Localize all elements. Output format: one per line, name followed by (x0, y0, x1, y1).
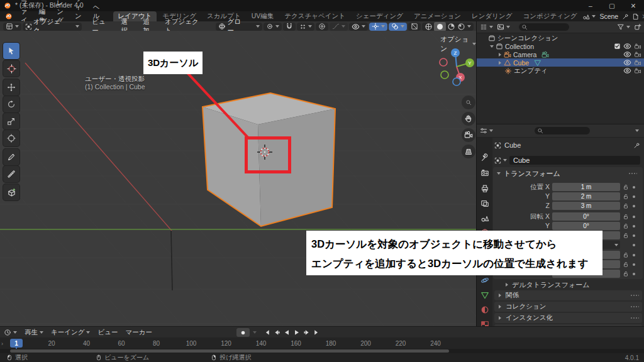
maximize-button[interactable]: ▢ (601, 2, 623, 9)
prev-keyframe-button[interactable] (273, 329, 280, 336)
animate-dot-icon[interactable] (633, 254, 635, 256)
new-collection-button[interactable] (634, 23, 641, 31)
eye-icon[interactable] (623, 67, 631, 75)
properties-search-input[interactable] (535, 127, 590, 134)
jump-to-start-button[interactable] (263, 329, 270, 336)
minimize-button[interactable]: – (580, 2, 601, 9)
editor-type-dropdown[interactable] (3, 23, 21, 31)
camera-small-icon[interactable] (634, 43, 641, 50)
object-id-dropdown[interactable] (494, 157, 507, 164)
tool-annotate[interactable] (3, 149, 19, 165)
pivot-dropdown[interactable] (264, 23, 282, 31)
properties-options-chevron[interactable] (635, 129, 639, 132)
outliner-search-input[interactable] (519, 23, 569, 31)
transform-value-field[interactable]: 3 m (552, 202, 620, 210)
outliner-row-シーンコレクション[interactable]: シーンコレクション (477, 34, 644, 42)
panel-grip-icon[interactable] (630, 317, 639, 320)
next-keyframe-button[interactable] (303, 329, 311, 336)
pan-button[interactable] (462, 112, 475, 126)
workspace-tab-アニメーション[interactable]: アニメーション (409, 11, 466, 21)
object-name-field[interactable]: Cube (509, 156, 640, 165)
tool-tweak-select[interactable] (3, 43, 19, 59)
properties-tab-output[interactable] (477, 181, 492, 195)
eye-icon[interactable] (623, 58, 631, 67)
selectability-dropdown[interactable] (349, 23, 368, 31)
animate-dot-icon[interactable] (633, 186, 635, 189)
snap-target-dropdown[interactable] (297, 23, 314, 31)
expander-icon[interactable] (490, 45, 494, 48)
animate-dot-icon[interactable] (633, 244, 635, 246)
timeline-menu-マーカー[interactable]: マーカー (121, 327, 156, 337)
transform-panel-header[interactable]: トランスフォーム (497, 169, 640, 178)
transform-value-field[interactable]: 1 m (552, 183, 620, 191)
workspace-tab-テクスチャペイント[interactable]: テクスチャペイント (279, 11, 350, 21)
eye-icon[interactable] (623, 50, 631, 58)
camera-view-button[interactable] (462, 128, 475, 142)
expander-icon[interactable] (499, 61, 501, 65)
panel-コレクション[interactable]: コレクション (494, 302, 642, 312)
lock-icon[interactable] (623, 233, 629, 239)
lock-icon[interactable] (623, 203, 629, 209)
camera-small-icon[interactable] (634, 67, 641, 75)
zoom-button[interactable] (462, 96, 475, 109)
mode-dropdown[interactable]: オブジェク... (23, 23, 82, 31)
timeline-menu-再生[interactable]: 再生 (21, 327, 47, 337)
transform-value-field[interactable]: 0° (552, 212, 620, 221)
timeline-menu-ビュー[interactable]: ビュー (94, 327, 121, 337)
timeline-expand-icon[interactable]: › (1, 341, 3, 347)
outliner-display-mode-dropdown[interactable] (480, 23, 493, 31)
animate-dot-icon[interactable] (633, 225, 635, 228)
tool-cursor[interactable] (3, 60, 19, 77)
properties-tab-view-layer[interactable] (477, 196, 492, 211)
xray-toggle[interactable] (408, 23, 421, 31)
pin-icon[interactable] (622, 13, 629, 20)
panel-インスタンス化[interactable]: インスタンス化 (494, 313, 642, 323)
tool-scale[interactable] (3, 113, 19, 129)
animate-dot-icon[interactable] (633, 195, 635, 198)
transform-value-field[interactable]: 0° (552, 222, 620, 230)
shading-material-button[interactable] (447, 23, 455, 31)
play-reverse-button[interactable] (283, 329, 291, 336)
properties-tab-tool[interactable] (477, 150, 492, 165)
auto-key-options-chevron[interactable] (253, 331, 257, 334)
tool-add-cube[interactable] (3, 184, 19, 200)
snap-toggle[interactable] (283, 23, 296, 31)
proportional-edit-toggle[interactable] (316, 23, 328, 31)
lock-icon[interactable] (623, 252, 629, 258)
checkbox-icon[interactable] (614, 43, 621, 50)
play-button[interactable] (293, 329, 301, 336)
outliner-filter-id-dropdown[interactable] (497, 23, 510, 31)
shading-wireframe-button[interactable] (425, 23, 433, 31)
unlink-scene-icon[interactable]: ✕ (641, 13, 644, 20)
panel-grip-icon[interactable] (628, 172, 637, 175)
jump-to-end-button[interactable] (313, 329, 321, 336)
timeline-ruler[interactable] (0, 337, 644, 349)
eye-icon[interactable] (623, 42, 631, 50)
pin-icon[interactable] (633, 142, 640, 149)
animate-dot-icon[interactable] (633, 234, 635, 237)
timeline-menu-キーイング[interactable]: キーイング (47, 327, 94, 337)
outliner-row-Camera[interactable]: Camera (477, 50, 644, 58)
properties-tab-render[interactable] (477, 165, 492, 180)
falloff-dropdown[interactable] (330, 23, 348, 31)
properties-tab-material[interactable] (477, 302, 492, 317)
options-dropdown[interactable]: オプション (440, 35, 476, 53)
properties-editor-type-dropdown[interactable] (480, 127, 493, 134)
transform-value-field[interactable]: 2 m (552, 192, 620, 200)
tool-transform[interactable] (3, 130, 19, 146)
lock-icon[interactable] (623, 271, 629, 277)
playhead[interactable]: 1 (10, 339, 23, 348)
animate-dot-icon[interactable] (633, 205, 635, 207)
animate-dot-icon[interactable] (633, 263, 635, 266)
outliner-row-Collection[interactable]: Collection (477, 42, 644, 50)
lock-icon[interactable] (623, 184, 629, 190)
blender-menu-icon[interactable] (5, 13, 13, 20)
shading-solid-button[interactable] (434, 22, 446, 31)
shading-rendered-button[interactable] (457, 23, 465, 31)
tool-measure[interactable] (3, 166, 19, 182)
camera-small-icon[interactable] (634, 59, 641, 67)
camera-small-icon[interactable] (634, 51, 641, 58)
panel-grip-icon[interactable] (630, 305, 639, 309)
tool-rotate[interactable] (3, 96, 19, 112)
lock-icon[interactable] (623, 194, 629, 200)
